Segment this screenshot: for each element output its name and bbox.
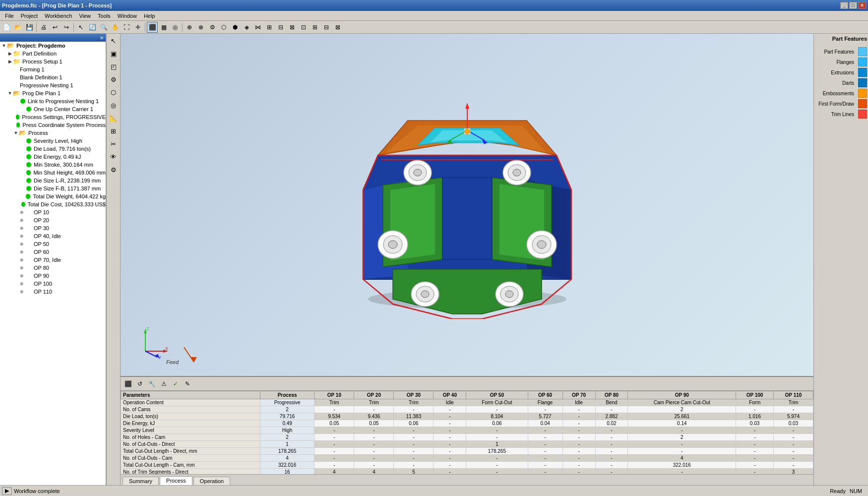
menu-workbench[interactable]: Workbench bbox=[42, 12, 75, 20]
tree-item-process-setup[interactable]: ▶📁Process Setup 1 bbox=[0, 58, 106, 65]
expand-icon[interactable]: ▼ bbox=[7, 90, 13, 96]
btm-warning-btn[interactable]: ⚠ bbox=[158, 378, 169, 389]
tree-item-op90[interactable]: ⊕OP 90 bbox=[0, 272, 106, 280]
expand-icon[interactable] bbox=[19, 170, 25, 176]
menu-project[interactable]: Project bbox=[18, 12, 41, 20]
expand-icon[interactable] bbox=[19, 162, 25, 168]
expand-icon[interactable] bbox=[15, 201, 20, 207]
open-btn[interactable]: 📂 bbox=[12, 22, 23, 33]
expand-icon[interactable] bbox=[13, 74, 19, 80]
tree-item-part-def[interactable]: ▶📁Part Definition bbox=[0, 50, 106, 58]
menu-window[interactable]: Window bbox=[115, 12, 140, 20]
tool6[interactable]: ⊞ bbox=[264, 22, 275, 33]
tree-item-press-coord[interactable]: Press Coordinate System Process bbox=[0, 121, 106, 129]
tree-item-op80[interactable]: ⊕OP 80 bbox=[0, 264, 106, 272]
view-btn3[interactable]: ◎ bbox=[170, 22, 181, 33]
expand-icon[interactable]: ⊕ bbox=[19, 249, 25, 255]
feature-item-2[interactable]: Extrusions bbox=[815, 68, 867, 77]
tree-item-prog-die-plan[interactable]: ▼📂Prog Die Plan 1 bbox=[0, 89, 106, 97]
expand-icon[interactable] bbox=[19, 106, 25, 112]
cross-btn[interactable]: ✛ bbox=[132, 22, 143, 33]
tree-item-total-cost[interactable]: Total Die Cost, 104263.333 US$ bbox=[0, 200, 106, 208]
feature-item-3[interactable]: Darts bbox=[815, 78, 867, 87]
expand-icon[interactable]: ▼ bbox=[1, 43, 7, 49]
menu-view[interactable]: View bbox=[76, 12, 94, 20]
expand-icon[interactable] bbox=[19, 186, 25, 191]
tree-item-op60[interactable]: ⊕OP 60 bbox=[0, 248, 106, 256]
expand-icon[interactable] bbox=[10, 122, 14, 128]
expand-icon[interactable] bbox=[19, 138, 25, 144]
tool1[interactable]: ⚙ bbox=[207, 22, 218, 33]
expand-icon[interactable]: ⊕ bbox=[19, 281, 25, 287]
menu-file[interactable]: File bbox=[2, 12, 17, 20]
zoom-btn[interactable]: 🔍 bbox=[98, 22, 109, 33]
tab-process[interactable]: Process bbox=[160, 476, 192, 485]
expand-icon[interactable]: ▼ bbox=[13, 130, 19, 136]
tree-item-link-prog[interactable]: Link to Progressive Nesting 1 bbox=[0, 97, 106, 105]
tree-item-op30[interactable]: ⊕OP 30 bbox=[0, 224, 106, 232]
close-button[interactable]: ✕ bbox=[858, 2, 866, 9]
tree-item-die-size-fb[interactable]: Die Size F-B, 1171.387 mm bbox=[0, 185, 106, 192]
side-btn-4[interactable]: ⚙ bbox=[108, 73, 120, 85]
view3d-btn[interactable]: ⬛ bbox=[147, 22, 158, 33]
undo-btn[interactable]: ↩ bbox=[50, 22, 61, 33]
tree-item-blank-def[interactable]: Blank Definition 1 bbox=[0, 73, 106, 81]
tab-summary[interactable]: Summary bbox=[123, 477, 159, 485]
side-btn-11[interactable]: ⚙ bbox=[108, 164, 120, 176]
tool9[interactable]: ⊡ bbox=[298, 22, 309, 33]
viewport[interactable]: Z X Y Feed bbox=[121, 34, 813, 376]
expand-icon[interactable]: ▶ bbox=[7, 51, 13, 57]
minimize-button[interactable]: _ bbox=[840, 2, 848, 9]
side-btn-10[interactable]: 👁 bbox=[108, 151, 120, 163]
menu-help[interactable]: Help bbox=[141, 12, 158, 20]
tool4[interactable]: ◈ bbox=[241, 22, 252, 33]
tool11[interactable]: ⊟ bbox=[321, 22, 332, 33]
expand-icon[interactable] bbox=[10, 114, 14, 120]
side-btn-6[interactable]: ◎ bbox=[108, 99, 120, 111]
tree-item-process[interactable]: ▼📂Process bbox=[0, 129, 106, 137]
tree-item-min-stroke[interactable]: Min Stroke, 300.164 mm bbox=[0, 161, 106, 169]
pan-btn[interactable]: ✋ bbox=[110, 22, 121, 33]
save-btn[interactable]: 💾 bbox=[24, 22, 35, 33]
tree-item-op100[interactable]: ⊕OP 100 bbox=[0, 280, 106, 288]
tree-item-op70[interactable]: ⊕OP 70, Idle bbox=[0, 256, 106, 264]
feature-item-6[interactable]: Trim Lines bbox=[815, 110, 867, 119]
expand-icon[interactable]: ⊕ bbox=[19, 273, 25, 279]
tree-item-prog-nesting[interactable]: Progressive Nesting 1 bbox=[0, 81, 106, 89]
tree-item-one-up[interactable]: One Up Center Carrier 1 bbox=[0, 105, 106, 113]
tree-item-die-size-lr[interactable]: Die Size L-R, 2238.199 mm bbox=[0, 177, 106, 185]
tree-item-total-weight[interactable]: Total Die Weight, 6404.422 kg bbox=[0, 192, 106, 200]
panel-close[interactable]: ✕ bbox=[100, 35, 104, 41]
print-btn[interactable]: 🖨 bbox=[38, 22, 49, 33]
expand-icon[interactable] bbox=[13, 82, 19, 88]
tree-item-forming[interactable]: Forming 1 bbox=[0, 65, 106, 73]
tab-operation[interactable]: Operation bbox=[193, 477, 230, 485]
tree-item-op10[interactable]: ⊕OP 10 bbox=[0, 208, 106, 216]
expand-icon[interactable] bbox=[19, 178, 25, 184]
side-btn-7[interactable]: 📐 bbox=[108, 112, 120, 124]
status-arrow[interactable]: ▶ bbox=[2, 487, 12, 495]
expand-icon[interactable]: ⊕ bbox=[19, 233, 25, 239]
btm-btn-3[interactable]: 🔧 bbox=[146, 378, 157, 389]
table-wrapper[interactable]: ParametersProcessOP 10OP 20OP 30OP 40OP … bbox=[121, 391, 813, 474]
tool12[interactable]: ⊠ bbox=[332, 22, 343, 33]
tool10[interactable]: ⊞ bbox=[310, 22, 320, 33]
redo-btn[interactable]: ↪ bbox=[61, 22, 72, 33]
side-btn-5[interactable]: ⬡ bbox=[108, 86, 120, 98]
filter-btn[interactable]: ⊕ bbox=[184, 22, 195, 33]
btm-edit-btn[interactable]: ✎ bbox=[182, 378, 193, 389]
btm-btn-1[interactable]: ⬛ bbox=[123, 378, 133, 389]
tree-item-op50[interactable]: ⊕OP 50 bbox=[0, 240, 106, 248]
expand-icon[interactable]: ⊕ bbox=[19, 225, 25, 231]
expand-icon[interactable]: ⊕ bbox=[19, 241, 25, 247]
tree-item-op20[interactable]: ⊕OP 20 bbox=[0, 216, 106, 224]
select-btn[interactable]: ↖ bbox=[75, 22, 86, 33]
expand-icon[interactable] bbox=[18, 193, 24, 199]
expand-icon[interactable] bbox=[13, 98, 19, 104]
expand-icon[interactable]: ⊕ bbox=[19, 217, 25, 223]
expand-icon[interactable]: ▶ bbox=[7, 59, 13, 64]
tool7[interactable]: ⊟ bbox=[275, 22, 286, 33]
feature-item-0[interactable]: Part Features bbox=[815, 47, 867, 56]
view-btn2[interactable]: ▦ bbox=[158, 22, 169, 33]
side-btn-3[interactable]: ◰ bbox=[108, 61, 120, 72]
